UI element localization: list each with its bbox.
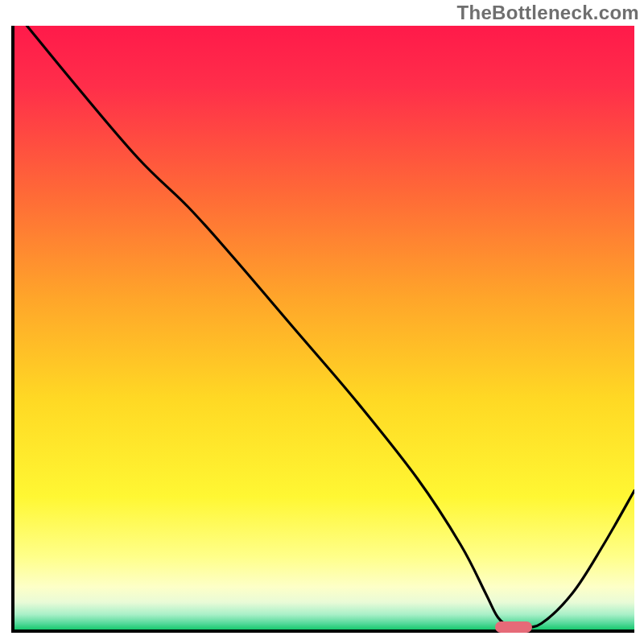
chart-svg [11,26,634,633]
gradient-background [14,26,634,630]
optimal-marker [495,621,532,633]
axis-y [11,26,14,633]
chart-area [11,26,634,633]
watermark-label: TheBottleneck.com [457,2,639,24]
axis-x [11,630,634,633]
